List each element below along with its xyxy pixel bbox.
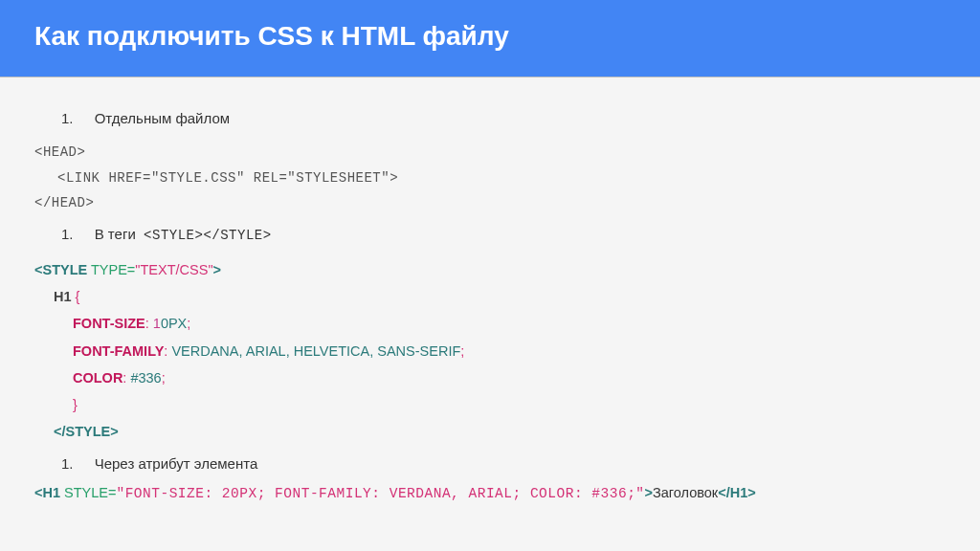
code-inline-h1: <H1 STYLE="FONT-SIZE: 20PX; FONT-FAMILY:… <box>34 485 946 501</box>
code-line: FONT-SIZE: 10PX; <box>34 310 946 337</box>
attr-val: "TEXT/CSS" <box>135 262 212 277</box>
list-number: 1. <box>61 226 74 242</box>
prop-val: 0PX <box>161 316 187 331</box>
code-line: COLOR: #336; <box>34 364 946 391</box>
code-line: <LINK HREF="STYLE.CSS" REL="STYLESHEET"> <box>34 165 398 191</box>
semicolon: ; <box>460 343 464 359</box>
slide-content: 1. Отдельным файлом <HEAD> <LINK HREF="S… <box>0 77 980 501</box>
code-line: } <box>34 391 946 418</box>
prop-name: FONT-SIZE <box>34 310 145 337</box>
prop-num: 1 <box>153 316 161 331</box>
slide-header: Как подключить CSS к HTML файлу <box>0 0 980 77</box>
semicolon: ; <box>162 370 166 386</box>
tag-gt: > <box>213 262 221 277</box>
code-head-block: <HEAD> <LINK HREF="STYLE.CSS" REL="STYLE… <box>34 140 946 216</box>
tag-gt: > <box>645 485 653 500</box>
code-line: H1 { <box>34 283 946 310</box>
list-label: В теги <box>95 226 136 242</box>
code-style-block: <STYLE TYPE="TEXT/CSS"> H1 { FONT-SIZE: … <box>34 256 946 446</box>
code-line: </STYLE> <box>34 418 946 445</box>
brace-close: } <box>34 391 78 418</box>
code-line: </HEAD> <box>34 190 946 216</box>
slide-title: Как подключить CSS к HTML файлу <box>34 21 509 51</box>
semicolon: ; <box>187 316 190 331</box>
list-label: Отдельным файлом <box>95 110 230 126</box>
prop-val: #336 <box>130 370 161 386</box>
attr-name: STYLE <box>64 485 108 500</box>
list-label: Через атрибут элемента <box>95 455 258 472</box>
h1-text: Заголовок <box>653 485 718 500</box>
list-item-1: 1. Отдельным файлом <box>61 110 946 126</box>
colon: : <box>164 343 167 359</box>
tag-open: <H1 <box>34 485 60 500</box>
code-line: <HEAD> <box>34 140 946 165</box>
colon: : <box>122 370 126 386</box>
prop-val: VERDANA, ARIAL, HELVETICA, SANS-SERIF <box>171 343 460 359</box>
list-item-3: 1. Через атрибут элемента <box>61 455 946 472</box>
list-item-2: 1. В теги <STYLE></STYLE> <box>61 226 946 243</box>
inline-code: <STYLE></STYLE> <box>144 228 272 243</box>
tag-close: </H1> <box>718 485 756 500</box>
brace-open: { <box>76 289 80 304</box>
prop-name: COLOR <box>34 364 122 391</box>
tag-close: </STYLE> <box>34 418 119 445</box>
code-line: FONT-FAMILY: VERDANA, ARIAL, HELVETICA, … <box>34 338 946 364</box>
list-number: 1. <box>61 455 74 472</box>
code-line: <STYLE TYPE="TEXT/CSS"> <box>34 256 946 283</box>
attr-val: "FONT-SIZE: 20PX; FONT-FAMILY: VERDANA, … <box>116 486 644 501</box>
list-number: 1. <box>61 110 74 126</box>
attr-name: TYPE <box>91 262 127 277</box>
selector: H1 <box>34 289 72 304</box>
prop-name: FONT-FAMILY <box>34 338 164 364</box>
tag-open: <STYLE <box>34 262 87 277</box>
colon: : <box>145 316 149 331</box>
